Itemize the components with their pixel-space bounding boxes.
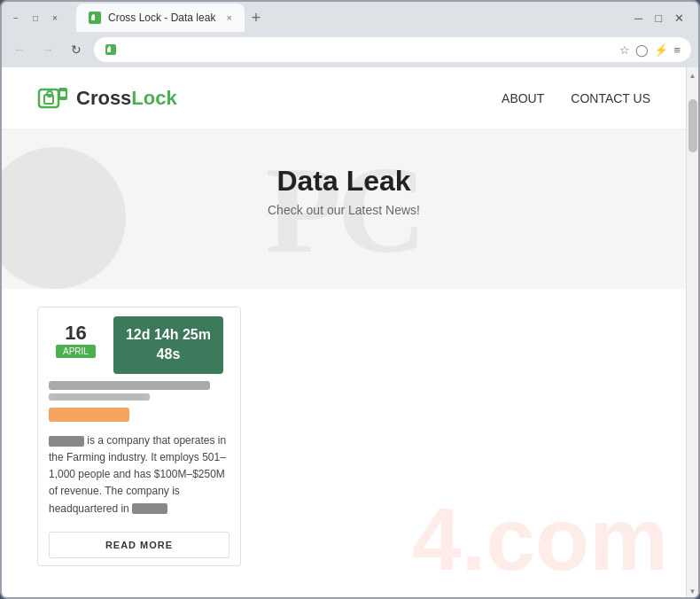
back-button[interactable]: ← [9, 39, 30, 60]
tabs-bar: Cross Lock - Data leak × + [69, 4, 275, 32]
new-tab-button[interactable]: + [245, 4, 268, 32]
logo-text: CrossLock [76, 87, 177, 110]
blurred-location [132, 503, 167, 514]
browser-window: − □ × Cross Lock - Data leak × + ─ [0, 0, 700, 599]
win-maximize-icon[interactable]: □ [655, 12, 662, 25]
tab-favicon [89, 12, 101, 24]
reload-button[interactable]: ↻ [66, 39, 87, 60]
card-title-blurred [49, 381, 210, 390]
content-area: 4.com 16 APRIL 12d 14h 25m48s [2, 289, 686, 590]
nav-contact-link[interactable]: CONTACT US [571, 91, 650, 105]
card-date: 16 APRIL [45, 316, 106, 365]
card-subtitle-blurred [49, 393, 150, 401]
countdown-badge: 12d 14h 25m48s [113, 316, 223, 374]
webpage: CrossLock ABOUT CONTACT US PC Data Leak … [2, 67, 698, 597]
win-minimize-icon[interactable]: ─ [634, 12, 642, 25]
site-favicon [105, 43, 117, 56]
win-close-icon[interactable]: ✕ [674, 12, 684, 25]
close-button[interactable]: × [48, 11, 62, 25]
blurred-company-name [49, 436, 84, 447]
svg-rect-10 [60, 91, 66, 97]
tab-title: Cross Lock - Data leak [108, 12, 215, 24]
profile-icon[interactable]: ≡ [673, 43, 681, 57]
extension-icon[interactable]: ⚡ [654, 43, 668, 57]
svg-rect-5 [108, 46, 111, 49]
star-icon[interactable]: ☆ [619, 43, 630, 57]
scroll-thumb[interactable] [688, 99, 697, 152]
nav-about-link[interactable]: ABOUT [502, 91, 544, 105]
tab-close-button[interactable]: × [226, 12, 231, 23]
date-number: 16 [65, 323, 86, 343]
hero-subtitle: Check out our Latest News! [19, 203, 668, 217]
title-bar: − □ × Cross Lock - Data leak × + ─ [2, 2, 698, 34]
shield-icon[interactable]: ◯ [635, 43, 649, 57]
logo-area: CrossLock [37, 82, 177, 114]
card-logo-blurred [49, 408, 129, 422]
minimize-button[interactable]: − [9, 11, 23, 25]
forward-button[interactable]: → [37, 39, 58, 60]
active-tab[interactable]: Cross Lock - Data leak × [76, 4, 245, 32]
site-navbar: CrossLock ABOUT CONTACT US [2, 67, 686, 129]
address-bar-row: ← → ↻ ☆ ◯ ⚡ ≡ [2, 34, 698, 67]
nav-links: ABOUT CONTACT US [502, 91, 650, 105]
logo-icon [37, 82, 69, 114]
address-bar[interactable]: ☆ ◯ ⚡ ≡ [94, 37, 691, 62]
hero-section: PC Data Leak Check out our Latest News! [2, 129, 686, 289]
scrollbar[interactable]: ▲ ▼ [686, 67, 698, 597]
hero-title: Data Leak [19, 165, 668, 198]
svg-rect-2 [92, 14, 95, 17]
card-description: is a company that operates in the Farmin… [38, 425, 240, 525]
address-icons: ☆ ◯ ⚡ ≡ [619, 43, 681, 57]
maximize-button[interactable]: □ [28, 11, 43, 25]
page-content: CrossLock ABOUT CONTACT US PC Data Leak … [2, 67, 686, 597]
pccom-watermark: 4.com [412, 488, 668, 590]
window-controls: − □ × [9, 11, 62, 25]
article-card: 16 APRIL 12d 14h 25m48s is a company [37, 307, 241, 566]
date-month: APRIL [56, 345, 96, 358]
read-more-button[interactable]: READ MORE [49, 532, 229, 558]
